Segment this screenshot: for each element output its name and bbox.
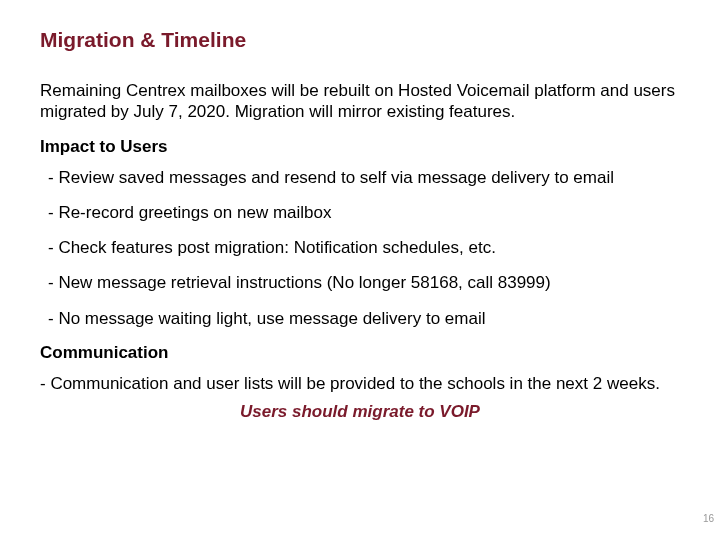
- slide: Migration & Timeline Remaining Centrex m…: [0, 0, 720, 540]
- list-item: New message retrieval instructions (No l…: [40, 272, 680, 293]
- list-item: No message waiting light, use message de…: [40, 308, 680, 329]
- page-number: 16: [703, 513, 714, 524]
- list-item: Review saved messages and resend to self…: [40, 167, 680, 188]
- intro-paragraph: Remaining Centrex mailboxes will be rebu…: [40, 80, 680, 123]
- list-item: Re-record greetings on new mailbox: [40, 202, 680, 223]
- impact-list: Review saved messages and resend to self…: [40, 167, 680, 329]
- slide-title: Migration & Timeline: [40, 28, 680, 52]
- communication-text: - Communication and user lists will be p…: [40, 373, 680, 394]
- communication-heading: Communication: [40, 343, 680, 363]
- impact-heading: Impact to Users: [40, 137, 680, 157]
- list-item: Check features post migration: Notificat…: [40, 237, 680, 258]
- callout-text: Users should migrate to VOIP: [100, 402, 620, 422]
